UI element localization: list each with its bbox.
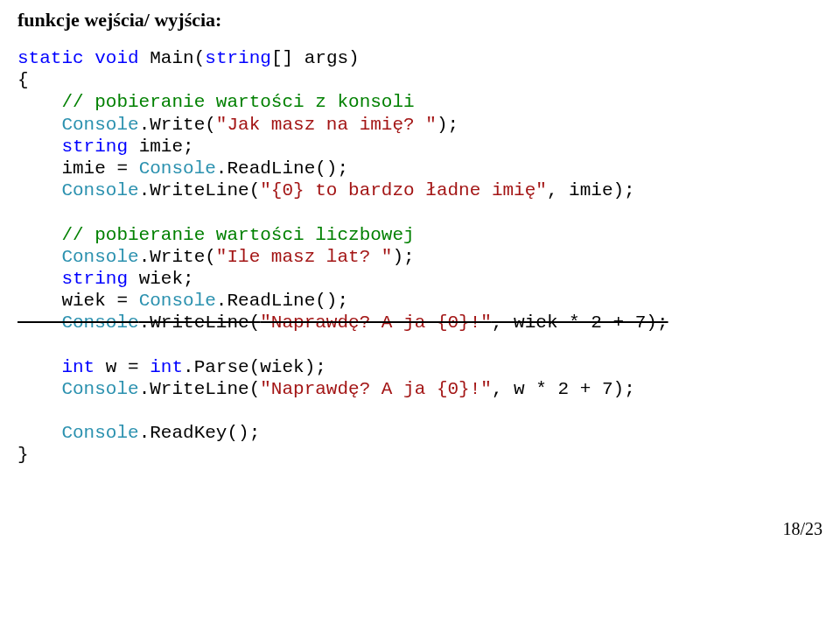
code-text: .Write(	[139, 247, 216, 267]
kw-int: int	[150, 357, 183, 377]
string-literal: "Naprawdę? A ja {0}!"	[260, 312, 492, 333]
type-console: Console	[18, 423, 139, 443]
code-text: wiek =	[18, 291, 139, 311]
kw-string: string	[205, 48, 271, 68]
code-text: , imie);	[547, 180, 635, 200]
comment: // pobieranie wartości z konsoli	[18, 92, 415, 112]
code-text: , w * 2 + 7);	[492, 379, 635, 399]
string-literal: "{0} to bardzo ładne imię"	[260, 180, 547, 200]
blank-line	[18, 202, 29, 222]
string-literal: "Jak masz na imię? "	[216, 115, 437, 135]
code-text: .ReadLine();	[216, 158, 348, 179]
blank-line	[18, 401, 29, 421]
code-text: imie;	[128, 137, 194, 157]
code-block: static void Main(string[] args) { // pob…	[18, 47, 822, 467]
code-text: .Parse(wiek);	[183, 357, 326, 377]
blank-line	[18, 334, 29, 355]
code-text: {	[18, 70, 29, 90]
kw-static: static	[18, 48, 84, 68]
string-literal: "Naprawdę? A ja {0}!"	[260, 379, 492, 399]
code-text: );	[392, 247, 414, 267]
code-text: .Write(	[139, 115, 216, 135]
code-text: );	[437, 115, 458, 135]
kw-int: int	[18, 357, 94, 377]
code-text: [] args)	[271, 48, 360, 68]
type-console: Console	[139, 291, 216, 311]
type-console: Console	[18, 379, 139, 399]
section-heading: funkcje wejścia/ wyjścia:	[18, 9, 822, 32]
string-literal: "Ile masz lat? "	[216, 247, 393, 267]
kw-string: string	[18, 269, 128, 289]
code-text: wiek;	[128, 269, 194, 289]
code-text: Main(	[139, 48, 206, 68]
page-number: 18/23	[18, 519, 822, 539]
comment: // pobieranie wartości liczbowej	[18, 225, 415, 245]
type-console: Console	[18, 247, 139, 267]
type-console: Console	[18, 115, 139, 135]
code-text: .WriteLine(	[139, 379, 261, 399]
code-text: , wiek * 2 + 7);	[492, 312, 668, 333]
code-text: .ReadLine();	[216, 291, 348, 311]
code-text: .ReadKey();	[139, 423, 261, 443]
code-text: }	[18, 445, 29, 465]
code-text: w =	[94, 357, 150, 377]
struck-line: Console.WriteLine("Naprawdę? A ja {0}!",…	[18, 312, 668, 333]
code-text: .WriteLine(	[139, 312, 261, 333]
code-text: imie =	[18, 158, 139, 179]
kw-string: string	[18, 137, 128, 157]
kw-void: void	[94, 48, 138, 68]
type-console: Console	[18, 180, 139, 200]
code-text: .WriteLine(	[139, 180, 261, 200]
type-console: Console	[18, 312, 139, 333]
type-console: Console	[139, 158, 216, 179]
